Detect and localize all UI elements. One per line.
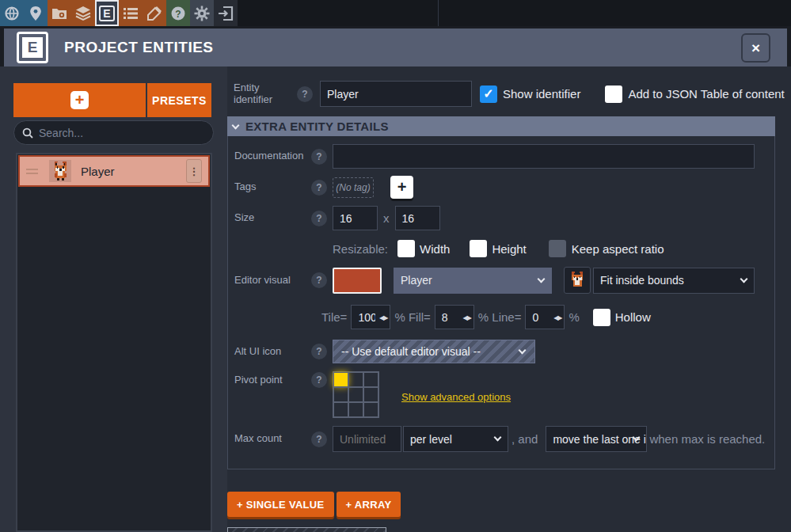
add-to-json-label: Add to JSON Table of content — [628, 87, 784, 101]
project-settings-icon[interactable] — [48, 0, 71, 26]
per-level-select[interactable]: per level — [403, 426, 508, 452]
extra-details-header[interactable]: EXTRA ENTITY DETAILS — [227, 116, 775, 136]
paint-brush-icon[interactable] — [143, 0, 166, 26]
pivot-point-label: Pivot point — [234, 374, 311, 386]
pivot-cell[interactable] — [348, 387, 363, 402]
add-array-button[interactable]: + ARRAY — [337, 492, 401, 517]
pivot-cell[interactable] — [363, 387, 378, 402]
hollow-checkbox[interactable] — [593, 309, 610, 326]
fill-label: % Fill= — [394, 310, 430, 324]
exit-icon[interactable] — [214, 0, 238, 26]
overflow-mode-select[interactable]: move the last one i — [546, 426, 647, 452]
add-single-value-button[interactable]: + SINGLE VALUE — [227, 492, 334, 517]
show-identifier-checkbox[interactable]: ✓ — [480, 86, 497, 103]
size-width-input[interactable] — [333, 206, 378, 230]
per-level-value: per level — [410, 433, 452, 446]
pivot-point-row: Pivot point ? Show advanced options — [234, 371, 774, 418]
keep-aspect-checkbox[interactable] — [549, 240, 566, 257]
pivot-cell[interactable] — [333, 372, 348, 387]
drag-handle[interactable] — [26, 166, 38, 177]
tile-picker-button[interactable] — [564, 267, 591, 294]
pivot-cell[interactable] — [363, 402, 378, 417]
plus-icon: + — [70, 91, 89, 109]
close-button[interactable]: × — [741, 33, 770, 63]
help-icon[interactable]: ? — [166, 0, 190, 26]
alt-ui-help-icon[interactable]: ? — [311, 344, 327, 359]
render-mode-select[interactable]: Player — [394, 268, 552, 294]
entities-logo-icon: E — [17, 32, 48, 63]
layers-icon[interactable] — [71, 0, 95, 26]
spinner-icon[interactable]: ◀▶ — [553, 314, 561, 321]
pivot-point-grid — [333, 371, 379, 418]
entity-color-swatch[interactable] — [333, 268, 382, 294]
extra-details-section: Documentation ? Tags ? (No tag) + Size ?… — [227, 136, 775, 469]
documentation-input[interactable] — [333, 144, 755, 169]
editor-visual-help-icon[interactable]: ? — [311, 272, 327, 288]
documentation-help-icon[interactable]: ? — [311, 149, 327, 165]
panel-titlebar: E PROJECT ENTITIES × — [4, 28, 787, 66]
pivot-help-icon[interactable]: ? — [311, 372, 327, 388]
pivot-cell[interactable] — [348, 372, 363, 387]
tags-help-icon[interactable]: ? — [311, 180, 327, 196]
max-count-input[interactable] — [333, 426, 401, 452]
settings-gear-icon[interactable] — [190, 0, 214, 26]
entity-sidebar: + PRESETS — [0, 66, 227, 532]
show-identifier-label: Show identifier — [503, 87, 580, 101]
percent-label: % — [569, 310, 579, 324]
resizable-width-checkbox[interactable] — [397, 240, 415, 257]
spinner-icon[interactable]: ◀▶ — [379, 314, 387, 321]
pivot-cell[interactable] — [363, 372, 378, 387]
documentation-label: Documentation — [234, 150, 311, 162]
tile-opacity-row: Tile= ◀▶ % Fill= ◀▶ % Line= ◀▶ % Hollow — [234, 305, 774, 329]
enums-icon[interactable] — [119, 0, 143, 26]
presets-button[interactable]: PRESETS — [147, 83, 211, 117]
search-input[interactable] — [39, 127, 189, 139]
show-advanced-options-link[interactable]: Show advanced options — [401, 391, 511, 403]
size-separator: x — [383, 211, 390, 225]
add-to-json-checkbox[interactable] — [605, 86, 622, 103]
reached-text: when max is reached. — [649, 432, 765, 446]
player-sprite-icon — [49, 160, 71, 182]
tile-label: Tile= — [321, 310, 347, 324]
overflow-mode-value: move the last one i — [553, 433, 646, 446]
identifier-input[interactable] — [320, 81, 472, 107]
alt-ui-icon-label: Alt UI icon — [234, 346, 311, 358]
app-toolbar: E ? — [0, 0, 791, 26]
world-icon[interactable] — [0, 0, 24, 26]
toolbar-divider — [438, 0, 439, 26]
height-label: Height — [492, 242, 526, 256]
line-label: % Line= — [478, 310, 522, 324]
entities-icon[interactable]: E — [95, 0, 119, 26]
pivot-cell[interactable] — [348, 402, 363, 417]
fit-mode-value: Fit inside bounds — [600, 274, 684, 287]
spinner-icon[interactable]: ◀▶ — [463, 314, 471, 321]
size-height-input[interactable] — [395, 206, 440, 230]
chevron-down-icon — [232, 122, 240, 130]
alt-ui-icon-select[interactable]: -- Use default editor visual -- — [333, 340, 535, 363]
search-icon — [22, 127, 33, 139]
editor-visual-row: Editor visual ? Player — [234, 267, 774, 294]
pivot-cell[interactable] — [333, 402, 348, 417]
width-label: Width — [420, 242, 450, 256]
resizable-height-checkbox[interactable] — [470, 240, 487, 257]
identifier-help-icon[interactable]: ? — [297, 86, 313, 102]
location-pin-icon[interactable] — [24, 0, 48, 26]
page-title: PROJECT ENTITIES — [64, 39, 214, 56]
fit-mode-select[interactable]: Fit inside bounds — [593, 268, 755, 294]
pivot-cell[interactable] — [333, 387, 348, 402]
tags-label: Tags — [234, 181, 311, 193]
entity-menu-button[interactable]: ⋮ — [186, 159, 202, 183]
entity-row-player[interactable]: Player ⋮ — [18, 155, 210, 187]
chevron-down-icon — [519, 346, 527, 354]
entity-name: Player — [81, 165, 115, 178]
add-entity-button[interactable]: + — [13, 83, 146, 117]
size-help-icon[interactable]: ? — [311, 211, 327, 226]
tags-row: Tags ? (No tag) + — [234, 176, 774, 199]
size-label: Size — [234, 212, 311, 224]
keep-aspect-label: Keep aspect ratio — [572, 242, 664, 256]
add-tag-button[interactable]: + — [390, 176, 413, 199]
documentation-row: Documentation ? — [234, 144, 774, 169]
max-count-help-icon[interactable]: ? — [311, 431, 327, 447]
identifier-row: Entity identifier ? ✓ Show identifier Ad… — [227, 66, 791, 108]
editor-visual-label: Editor visual — [234, 275, 311, 287]
